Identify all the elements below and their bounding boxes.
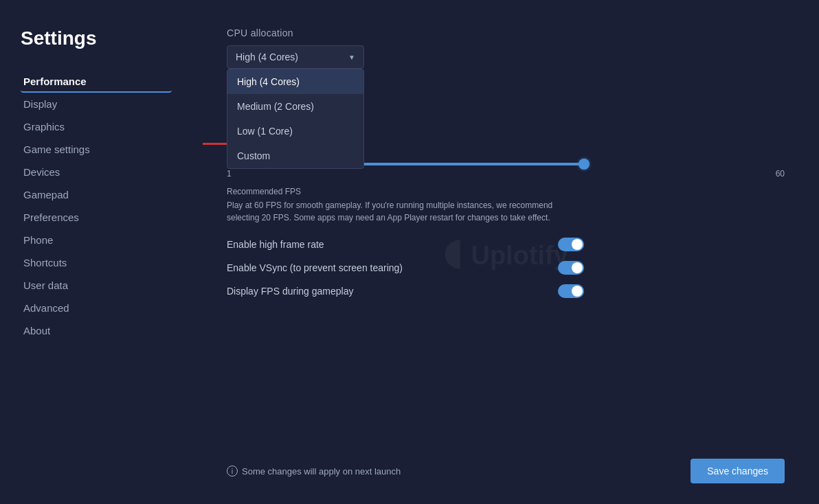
cpu-dropdown[interactable]: High (4 Cores) ▼	[227, 45, 364, 69]
cpu-option-high--4-cores-[interactable]: High (4 Cores)	[227, 69, 363, 94]
main-content: ◖ Uplotify CPU allocation High (4 Cores)…	[192, 0, 819, 504]
cpu-option-low--1-core-[interactable]: Low (1 Core)	[227, 119, 363, 144]
slider-thumb[interactable]	[579, 159, 590, 170]
sidebar-item-preferences[interactable]: Preferences	[21, 206, 172, 229]
cpu-allocation-label: CPU allocation	[227, 27, 785, 38]
sidebar-nav: PerformanceDisplayGraphicsGame settingsD…	[21, 70, 172, 342]
recommended-fps-title: Recommended FPS	[227, 187, 785, 196]
cpu-dropdown-container: High (4 Cores) ▼ High (4 Cores)Medium (2…	[227, 45, 364, 69]
sidebar: Settings PerformanceDisplayGraphicsGame …	[0, 0, 192, 504]
cpu-dropdown-arrow: ▼	[348, 54, 355, 61]
toggle-switch[interactable]	[558, 238, 584, 251]
sidebar-item-graphics[interactable]: Graphics	[21, 115, 172, 138]
sidebar-item-phone[interactable]: Phone	[21, 229, 172, 251]
toggle-label: Display FPS during gameplay	[227, 286, 353, 297]
save-button[interactable]: Save changes	[691, 459, 785, 483]
info-icon: i	[227, 466, 238, 477]
toggle-label: Enable VSync (to prevent screen tearing)	[227, 262, 403, 273]
toggle-row: Enable high frame rate	[227, 238, 584, 251]
sidebar-item-game-settings[interactable]: Game settings	[21, 138, 172, 161]
settings-page: Settings PerformanceDisplayGraphicsGame …	[0, 0, 819, 504]
sidebar-item-display[interactable]: Display	[21, 93, 172, 115]
page-title: Settings	[21, 27, 172, 49]
footer: i Some changes will apply on next launch…	[227, 459, 785, 483]
cpu-dropdown-menu: High (4 Cores)Medium (2 Cores)Low (1 Cor…	[227, 69, 364, 169]
sidebar-item-about[interactable]: About	[21, 319, 172, 342]
toggle-rows: Enable high frame rateEnable VSync (to p…	[227, 238, 785, 298]
toggle-label: Enable high frame rate	[227, 239, 324, 250]
sidebar-item-performance[interactable]: Performance	[21, 70, 172, 93]
toggle-row: Display FPS during gameplay	[227, 284, 584, 298]
sidebar-item-devices[interactable]: Devices	[21, 161, 172, 183]
cpu-dropdown-value: High (4 Cores)	[236, 51, 298, 62]
footer-note-text: Some changes will apply on next launch	[242, 466, 401, 477]
recommended-fps-text: Play at 60 FPS for smooth gameplay. If y…	[227, 199, 584, 224]
cpu-option-medium--2-cores-[interactable]: Medium (2 Cores)	[227, 94, 363, 119]
sidebar-item-advanced[interactable]: Advanced	[21, 297, 172, 319]
sidebar-item-gamepad[interactable]: Gamepad	[21, 183, 172, 206]
toggle-row: Enable VSync (to prevent screen tearing)	[227, 261, 584, 275]
sidebar-item-user-data[interactable]: User data	[21, 274, 172, 297]
slider-max: 60	[776, 169, 785, 179]
toggle-switch[interactable]	[558, 261, 584, 275]
slider-min: 1	[227, 169, 232, 179]
sidebar-item-shortcuts[interactable]: Shortcuts	[21, 251, 172, 274]
slider-labels: 1 60	[227, 169, 785, 179]
footer-note: i Some changes will apply on next launch	[227, 466, 401, 477]
toggle-switch[interactable]	[558, 284, 584, 298]
cpu-option-custom[interactable]: Custom	[227, 144, 363, 168]
